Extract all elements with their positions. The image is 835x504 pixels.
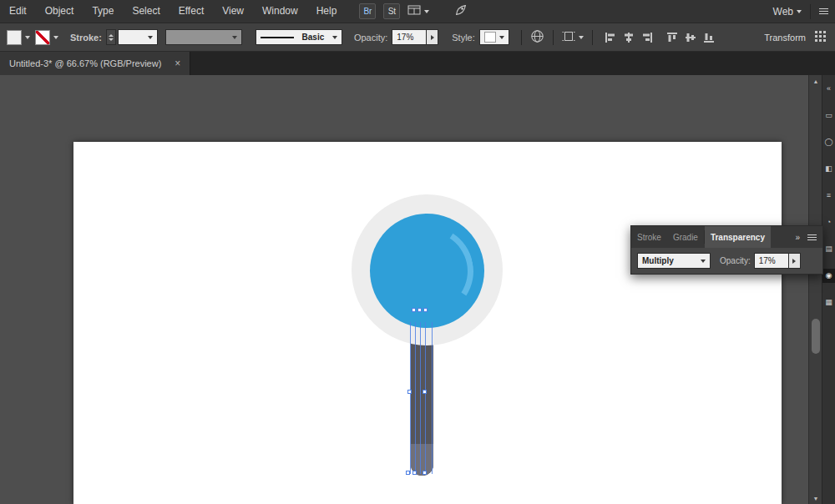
control-bar: Stroke: Basic Opacity: Style: <box>0 23 835 52</box>
dock-panel-icon-2[interactable]: ◯ <box>822 135 835 149</box>
dock-panel-icon-8[interactable]: ▦ <box>822 295 835 310</box>
fill-color-dropdown[interactable] <box>7 30 30 45</box>
menu-item-select[interactable]: Select <box>123 0 169 23</box>
selection-guide-line <box>432 322 433 474</box>
artboard-icon <box>562 30 575 44</box>
selection-guide-line <box>410 322 411 474</box>
arrange-documents-icon <box>407 5 421 18</box>
selection-handle[interactable] <box>407 390 412 394</box>
brush-stroke-preview-icon <box>261 37 294 38</box>
brush-definition-dropdown[interactable]: Basic <box>256 29 342 45</box>
align-vertical-bottom-button[interactable] <box>700 28 718 47</box>
document-setup-globe-icon[interactable] <box>530 29 544 45</box>
artboard-options-button[interactable] <box>562 30 584 44</box>
dock-panel-icon-5[interactable]: ◔ <box>822 215 835 229</box>
menu-item-object[interactable]: Object <box>36 0 84 23</box>
menu-item-type[interactable]: Type <box>83 0 123 23</box>
canvas-workspace[interactable]: Stroke Gradie Transparency » Multiply Op… <box>0 75 835 504</box>
tab-transparency[interactable]: Transparency <box>705 226 771 248</box>
blend-mode-value: Multiply <box>642 256 674 265</box>
stroke-label: Stroke: <box>70 33 102 43</box>
panel-menu-icon[interactable] <box>807 234 817 240</box>
chevron-down-icon <box>25 36 30 39</box>
transform-panel-link[interactable]: Transform <box>764 33 806 43</box>
selection-handle[interactable] <box>423 308 428 312</box>
opacity-label: Opacity: <box>354 33 387 43</box>
opacity-flyout-button[interactable] <box>427 29 438 45</box>
stroke-color-dropdown[interactable] <box>35 30 58 45</box>
menu-item-view[interactable]: View <box>213 0 253 23</box>
transform-grid-icon[interactable] <box>814 30 827 44</box>
bridge-button[interactable]: Br <box>359 3 376 19</box>
selection-handle[interactable] <box>412 308 416 312</box>
selection-handle[interactable] <box>423 390 427 394</box>
chevron-down-icon <box>232 36 237 39</box>
scroll-up-button[interactable]: ▲ <box>809 75 822 87</box>
menu-bar: Edit Object Type Select Effect View Wind… <box>0 0 835 23</box>
dock-panel-icon-3[interactable]: ◧ <box>822 162 835 176</box>
tab-stroke[interactable]: Stroke <box>631 226 667 248</box>
align-horizontal-left-button[interactable] <box>601 28 620 47</box>
menu-item-help[interactable]: Help <box>307 0 347 23</box>
selection-handle[interactable] <box>412 471 417 475</box>
illustrator-window: Edit Object Type Select Effect View Wind… <box>0 0 835 504</box>
document-tab-bar: Untitled-3* @ 66.67% (RGB/Preview) × <box>0 52 835 75</box>
selection-guide-line <box>415 322 416 474</box>
transparency-panel: Stroke Gradie Transparency » Multiply Op… <box>630 225 823 275</box>
transparency-panel-body: Multiply Opacity: <box>631 248 822 274</box>
align-vertical-center-button[interactable] <box>681 28 700 47</box>
align-vertical-top-button[interactable] <box>663 28 681 47</box>
stock-button[interactable]: St <box>383 3 400 19</box>
dock-panel-icon-4[interactable]: ≡ <box>822 189 835 203</box>
variable-width-profile-dropdown[interactable] <box>165 29 242 45</box>
flyout-arrow-icon <box>792 259 796 264</box>
panel-opacity-flyout-button[interactable] <box>789 253 801 269</box>
flyout-arrow-icon <box>431 35 434 40</box>
menu-item-effect[interactable]: Effect <box>170 0 213 23</box>
selection-handle[interactable] <box>418 308 422 312</box>
scrollbar-thumb[interactable] <box>812 319 820 354</box>
align-horizontal-right-button[interactable] <box>638 28 656 47</box>
divider <box>810 4 811 19</box>
stepper-up-icon <box>109 34 114 37</box>
stroke-weight-dropdown[interactable] <box>118 29 158 45</box>
collapse-panel-icon[interactable]: » <box>795 233 800 242</box>
opacity-input[interactable] <box>392 29 427 45</box>
dock-panel-icon-transparency[interactable]: ◉ <box>822 269 835 283</box>
document-tab[interactable]: Untitled-3* @ 66.67% (RGB/Preview) × <box>0 52 190 75</box>
close-tab-icon[interactable]: × <box>175 58 180 68</box>
selection-handle[interactable] <box>406 471 410 475</box>
stroke-weight-stepper[interactable] <box>106 29 116 45</box>
graphic-style-dropdown[interactable] <box>479 29 509 45</box>
selection-handle[interactable] <box>423 471 427 475</box>
vertical-scrollbar[interactable]: ▲ ▼ <box>808 75 822 504</box>
align-horizontal-center-button[interactable] <box>620 28 638 47</box>
workspace-switcher[interactable]: Web <box>773 6 802 18</box>
stepper-down-icon <box>109 38 114 41</box>
scroll-down-button[interactable]: ▼ <box>809 492 822 504</box>
menu-item-window[interactable]: Window <box>253 0 307 23</box>
stroke-none-swatch-icon <box>35 30 50 45</box>
panel-opacity-input[interactable] <box>754 253 789 269</box>
selection-guide-line <box>420 322 421 474</box>
divider <box>592 30 593 45</box>
expand-dock-icon[interactable]: « <box>822 82 835 96</box>
dock-panel-icon-6[interactable]: ▤ <box>822 242 835 256</box>
transparency-panel-header: Stroke Gradie Transparency » <box>631 226 822 248</box>
arrange-documents-button[interactable] <box>407 5 429 18</box>
chevron-down-icon <box>424 10 429 13</box>
brush-name: Basic <box>302 33 325 42</box>
style-swatch-icon <box>484 32 496 43</box>
blend-mode-dropdown[interactable]: Multiply <box>637 253 711 269</box>
tab-gradient[interactable]: Gradie <box>667 226 704 248</box>
gpu-performance-icon[interactable] <box>455 4 467 18</box>
menu-item-edit[interactable]: Edit <box>0 0 36 23</box>
panel-icon-dock: « ▭ ◯ ◧ ≡ ◔ ▤ ◉ ▦ <box>822 75 835 504</box>
dock-panel-icon-1[interactable]: ▭ <box>822 108 835 123</box>
app-bar-menu-icon[interactable] <box>819 8 828 14</box>
chevron-down-icon <box>499 36 504 39</box>
divider <box>521 30 522 45</box>
document-tab-title: Untitled-3* @ 66.67% (RGB/Preview) <box>9 58 161 68</box>
chevron-down-icon <box>579 36 584 39</box>
divider <box>553 30 554 45</box>
